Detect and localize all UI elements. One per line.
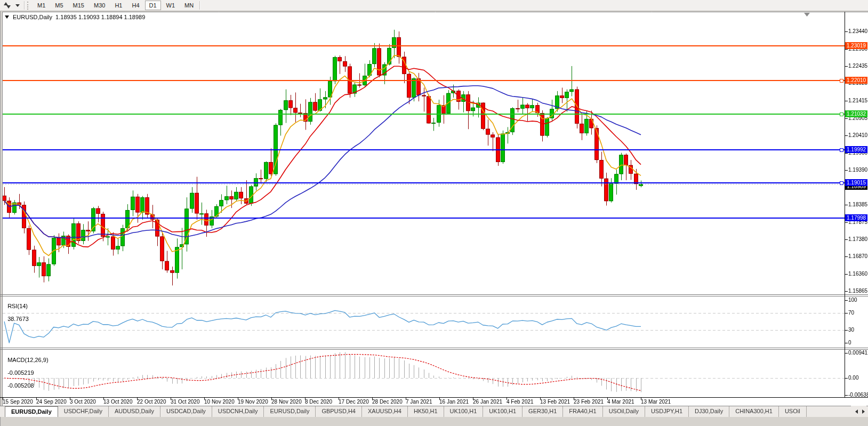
- collapse-caret-icon[interactable]: [5, 15, 9, 19]
- timeframe-button-d1[interactable]: D1: [145, 1, 161, 10]
- rsi-tick-label: 30: [848, 327, 854, 333]
- date-label: 19 Nov 2020: [238, 399, 268, 405]
- chart-symbol-label: EURUSD,Daily: [13, 14, 52, 20]
- hline-price-badge: 1.17998: [845, 214, 867, 221]
- price-tick-label: 1.18385: [848, 202, 867, 207]
- chart-tab[interactable]: UK100,H1: [444, 406, 484, 417]
- timeframe-button-h4[interactable]: H4: [127, 1, 143, 10]
- tab-scroll-right-icon[interactable]: [862, 409, 865, 414]
- date-label: 24 Sep 2020: [36, 399, 67, 405]
- timeframe-button-m30[interactable]: M30: [90, 1, 109, 10]
- price-tick-label: 1.17380: [848, 236, 867, 242]
- price-tick-label: 1.16360: [848, 271, 867, 277]
- date-label: 16 Jan 2021: [439, 399, 469, 405]
- chart-tab[interactable]: USDJPY,H1: [645, 406, 689, 417]
- chart-tab[interactable]: GER30,H1: [523, 406, 563, 417]
- macd-tick-label: 0.009412: [848, 350, 868, 356]
- hline-price-badge: 1.19015: [845, 179, 867, 186]
- dropdown-caret-icon[interactable]: [15, 4, 20, 7]
- chart-tab[interactable]: XAUUSD,H4: [362, 406, 408, 417]
- chart-tab[interactable]: CHINA300,H1: [729, 406, 779, 417]
- price-tick-label: 1.21415: [848, 98, 867, 103]
- rsi-tick-label: 100: [848, 297, 857, 303]
- date-label: 13 Feb 2021: [540, 399, 570, 405]
- chart-tab[interactable]: FRA40,H1: [563, 406, 602, 417]
- hline-price-badge: 1.19992: [845, 146, 867, 153]
- chart-ohlc-values: 1.18935 1.19093 1.18894 1.18989: [55, 14, 145, 20]
- label-space: [7, 376, 9, 382]
- timeframe-button-h1[interactable]: H1: [110, 1, 126, 10]
- date-label: 7 Jan 2021: [406, 399, 432, 405]
- date-label: 10 Nov 2020: [204, 399, 235, 405]
- date-label: 4 Feb 2021: [507, 399, 534, 405]
- date-label: 4 Mar 2021: [607, 399, 634, 405]
- chart-tab[interactable]: UK100,H1: [483, 406, 523, 417]
- toolbar-grip[interactable]: [27, 2, 30, 10]
- chart-tab[interactable]: DJ30,Daily: [689, 406, 729, 417]
- timeframe-buttons: M1M5M15M30H1H4D1W1MN: [33, 1, 198, 10]
- price-tick-label: 1.15865: [848, 288, 867, 294]
- date-label: 31 Oct 2020: [171, 399, 199, 405]
- macd-value-main: -0.005219: [7, 369, 34, 376]
- chart-tab[interactable]: AUDUSD,Daily: [109, 406, 160, 417]
- chart-tab[interactable]: HK50,H1: [408, 406, 444, 417]
- timeframe-toolbar: M1M5M15M30H1H4D1W1MN: [0, 0, 868, 11]
- date-label: 3 Oct 2020: [70, 399, 96, 405]
- chart-tab[interactable]: GBPUSD,H4: [316, 406, 362, 417]
- date-label: 17 Dec 2020: [339, 399, 369, 405]
- rsi-panel-label: RSI(14) 38.7673: [4, 296, 29, 322]
- price-tick-label: 1.23440: [848, 28, 867, 34]
- label-space: [7, 363, 9, 369]
- date-label: 13 Oct 2020: [103, 399, 132, 405]
- date-label: 28 Dec 2020: [372, 399, 403, 405]
- date-label: 28 Nov 2020: [271, 399, 302, 405]
- date-label: 8 Dec 2020: [305, 399, 332, 405]
- rsi-value: 38.7673: [7, 316, 29, 322]
- macd-panel-label: MACD(12,26,9) -0.005219 -0.005208: [4, 350, 49, 389]
- chart-tab[interactable]: USDCHF,Daily: [58, 406, 109, 417]
- date-label: 13 Mar 2021: [641, 399, 671, 405]
- date-label: 23 Feb 2021: [574, 399, 604, 405]
- chart-tab-bar: EURUSD,DailyUSDCHF,DailyAUDUSD,DailyUSDC…: [0, 406, 868, 417]
- timeframe-button-w1[interactable]: W1: [162, 1, 180, 10]
- timeframe-button-m1[interactable]: M1: [33, 1, 50, 10]
- chart-tab[interactable]: USOil,Daily: [603, 406, 645, 417]
- chart-tab[interactable]: USDCNH,Daily: [212, 406, 264, 417]
- chart-tab[interactable]: USOil: [779, 406, 807, 417]
- price-tick-label: 1.20410: [848, 132, 867, 138]
- chart-tab[interactable]: EURUSD,Daily: [264, 406, 316, 417]
- date-label: 15 Sep 2020: [3, 399, 33, 405]
- rsi-tick-label: 0: [848, 340, 851, 345]
- hline-price-badge: 1.23019: [845, 42, 867, 49]
- date-label: 26 Jan 2021: [473, 399, 502, 405]
- label-space: [7, 309, 9, 316]
- macd-tick-label: 0.00: [848, 375, 858, 381]
- rsi-tick-label: 70: [848, 310, 854, 316]
- chart-tab[interactable]: EURUSD,Daily: [5, 406, 58, 417]
- rsi-label: RSI(14): [7, 303, 28, 309]
- tab-scroll-left-icon[interactable]: [855, 409, 858, 414]
- date-label: 22 Oct 2020: [137, 399, 166, 405]
- macd-tick-label: -0.006386: [848, 392, 868, 398]
- tab-scroll-arrows: [851, 406, 866, 417]
- macd-value-signal: -0.005208: [7, 382, 34, 389]
- toolbar-separator: [199, 1, 200, 10]
- toolbar-separator: [24, 1, 25, 10]
- hline-price-badge: 1.21032: [845, 110, 867, 117]
- chart-tab[interactable]: USDCAD,Daily: [160, 406, 212, 417]
- chart-title: EURUSD,Daily 1.18935 1.19093 1.18894 1.1…: [5, 14, 145, 20]
- chart-arrows-icon[interactable]: [3, 2, 12, 9]
- timeframe-button-mn[interactable]: MN: [180, 1, 198, 10]
- price-tick-label: 1.19390: [848, 167, 867, 173]
- timeframe-button-m5[interactable]: M5: [51, 1, 67, 10]
- hline-price-badge: 1.22010: [845, 77, 867, 84]
- chart-canvas[interactable]: [0, 0, 868, 426]
- macd-label: MACD(12,26,9): [7, 357, 48, 363]
- price-tick-label: 1.16870: [848, 253, 867, 259]
- timeframe-button-m15[interactable]: M15: [69, 1, 89, 10]
- price-tick-label: 1.22435: [848, 63, 867, 69]
